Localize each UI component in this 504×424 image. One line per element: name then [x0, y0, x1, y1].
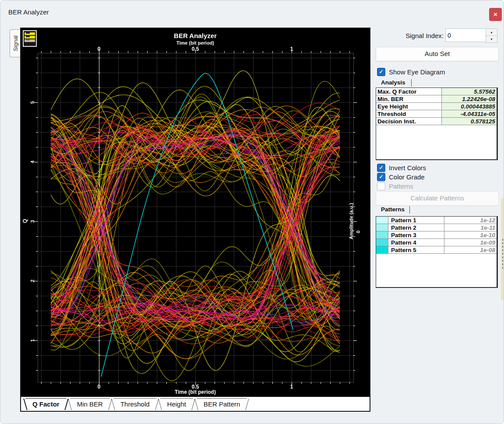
analysis-row-name: Eye Height [376, 103, 442, 110]
q-tick-label: 3 [30, 217, 36, 226]
analysis-row-name: Decision Inst. [376, 118, 442, 125]
analysis-row-name: Min. BER [376, 95, 442, 102]
analysis-row-value: 5.57562 [442, 88, 497, 95]
spin-up-icon: ▲ [490, 31, 493, 34]
close-button[interactable]: × [489, 8, 502, 21]
pattern-row: Pattern 41e-09 [376, 239, 497, 246]
check-icon: ✓ [379, 69, 383, 75]
analysis-row: Eye Height0.000443885 [376, 103, 497, 110]
check-icon: ✓ [379, 165, 383, 171]
chart-container: BER Analyzer Time (bit period) 00.51 00.… [20, 28, 370, 412]
analysis-row-name: Threshold [376, 110, 442, 117]
patterns-checkbox: ✓ [377, 182, 385, 190]
q-tick-label: 1 [30, 336, 36, 345]
analysis-tab[interactable]: Analysis [381, 79, 405, 86]
result-tab-strip: Q FactorMin BERThresholdHeightBER Patter… [21, 396, 370, 410]
pattern-row-name: Pattern 4 [388, 239, 444, 246]
pattern-row-name: Pattern 5 [388, 246, 444, 253]
chart-top-axis-title: Time (bit period) [108, 40, 283, 46]
analysis-row-value: -4.04311e-05 [442, 110, 497, 117]
window-edge-artifact [501, 198, 504, 300]
result-tab-height[interactable]: Height [160, 398, 193, 410]
analysis-row-value: 1.22426e-08 [442, 95, 497, 102]
x-tick-label: 0 [89, 46, 109, 52]
result-tab-q-factor[interactable]: Q Factor [25, 398, 67, 410]
patterns-table: Pattern 11e-12Pattern 21e-11Pattern 31e-… [376, 216, 498, 288]
q-tick-label: 5 [30, 98, 36, 107]
spin-up-button[interactable]: ▲ [486, 28, 497, 36]
calculate-patterns-button: Calculate Patterns [376, 191, 499, 206]
spin-down-icon: ▼ [490, 38, 493, 41]
pattern-row-value: 1e-12 [444, 217, 497, 224]
x-tick-label: 1 [282, 384, 301, 390]
pattern-row-name: Pattern 2 [388, 224, 444, 231]
spin-down-button[interactable]: ▼ [486, 36, 497, 43]
show-eye-diagram-label: Show Eye Diagram [389, 68, 445, 76]
signal-index-input[interactable] [445, 28, 486, 42]
x-tick-label: 0 [89, 384, 109, 390]
amplitude-tick-label: 0 [356, 227, 362, 237]
invert-colors-row: ✓ Invert Colors [377, 163, 426, 172]
result-tab-threshold[interactable]: Threshold [113, 398, 157, 410]
pattern-color-swatch [376, 246, 388, 253]
signal-index-spinner: ▲ ▼ [486, 28, 497, 43]
pattern-color-swatch [376, 239, 388, 246]
analysis-row: Threshold-4.04311e-05 [376, 110, 497, 118]
result-tab-min-ber[interactable]: Min BER [70, 398, 110, 410]
analysis-row: Max. Q Factor5.57562 [376, 88, 497, 95]
pattern-row-value: 1e-10 [444, 231, 497, 238]
pattern-row-value: 1e-08 [444, 246, 497, 253]
chart-bottom-axis-title: Time (bit period) [108, 389, 283, 395]
check-icon: ✓ [379, 174, 383, 180]
eye-diagram-canvas[interactable] [21, 28, 370, 396]
chart-title: BER Analyzer [108, 32, 283, 39]
q-axis-title: Q [22, 219, 28, 223]
invert-colors-checkbox[interactable]: ✓ [377, 164, 385, 172]
signal-side-tab-label: Signal [12, 35, 19, 51]
graph-palette-icon[interactable] [23, 30, 37, 47]
x-tick-label: 0.5 [186, 46, 205, 52]
ber-analyzer-window: BER Analyzer × Signal BER Analyzer Time … [0, 0, 504, 424]
q-tick-label: 4 [30, 157, 36, 167]
analysis-row: Min. BER1.22426e-08 [376, 95, 497, 103]
analysis-row: Decision Inst.0.578125 [376, 118, 497, 125]
amplitude-axis-title: Amplitude (a.u.) [349, 195, 354, 247]
result-tab-ber-pattern[interactable]: BER Pattern [197, 398, 247, 410]
pattern-row: Pattern 21e-11 [376, 224, 497, 231]
invert-colors-label: Invert Colors [389, 164, 426, 172]
q-tick-label: 2 [30, 276, 36, 286]
analysis-row-value: 0.000443885 [442, 103, 497, 110]
signal-index-label: Signal Index: [377, 28, 444, 43]
pattern-row-name: Pattern 1 [388, 217, 444, 224]
patterns-tab-separator [409, 206, 410, 214]
pattern-row-name: Pattern 3 [388, 231, 444, 238]
show-eye-diagram-checkbox[interactable]: ✓ [377, 68, 385, 76]
signal-side-tab[interactable]: Signal [10, 29, 21, 57]
patterns-row: ✓ Patterns [377, 182, 413, 190]
patterns-tab[interactable]: Patterns [381, 206, 405, 213]
analysis-tab-separator [411, 79, 412, 87]
auto-set-button[interactable]: Auto Set [376, 47, 499, 61]
analysis-table: Max. Q Factor5.57562Min. BER1.22426e-08E… [376, 88, 498, 160]
plot-area: BER Analyzer Time (bit period) 00.51 00.… [21, 28, 370, 396]
pattern-color-swatch [376, 231, 388, 238]
pattern-row: Pattern 51e-08 [376, 246, 497, 254]
check-icon: ✓ [379, 183, 383, 189]
close-icon: × [493, 11, 497, 18]
pattern-row-value: 1e-09 [444, 239, 497, 246]
color-grade-label: Color Grade [389, 173, 425, 181]
pattern-row-value: 1e-11 [444, 224, 497, 231]
pattern-row: Pattern 31e-10 [376, 231, 497, 239]
pattern-color-swatch [376, 217, 388, 224]
patterns-label: Patterns [389, 182, 413, 190]
pattern-color-swatch [376, 224, 388, 231]
x-tick-label: 1 [282, 46, 301, 52]
analysis-row-name: Max. Q Factor [376, 88, 442, 95]
show-eye-diagram-row: ✓ Show Eye Diagram [377, 67, 445, 76]
color-grade-checkbox[interactable]: ✓ [377, 173, 385, 181]
color-grade-row: ✓ Color Grade [377, 172, 425, 181]
analysis-row-value: 0.578125 [442, 118, 497, 125]
pattern-row: Pattern 11e-12 [376, 217, 497, 224]
window-title: BER Analyzer [8, 8, 49, 16]
screenshot-stage: BER Analyzer × Signal BER Analyzer Time … [0, 0, 504, 424]
